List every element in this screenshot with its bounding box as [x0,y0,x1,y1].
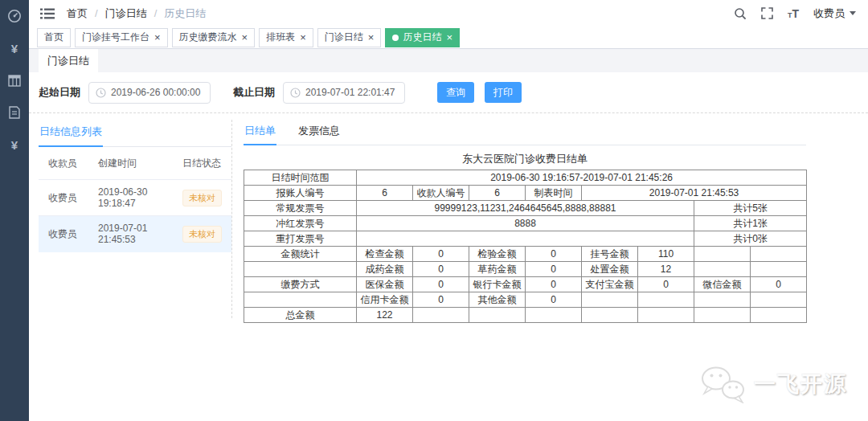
app-sidebar: ¥ ¥ [0,0,29,421]
status-badge: 未核对 [182,226,222,243]
breadcrumb-home[interactable]: 首页 [67,6,88,21]
report-cell: 报账人编号 [244,186,357,201]
report-cell [526,308,582,323]
tag-outpatient-settle[interactable]: 门诊日结× [317,28,382,47]
report-cell: 0 [526,262,582,277]
report-cell [582,292,638,308]
table-row: 日结时间范围 2019-06-30 19:16:57-2019-07-01 21… [244,170,807,186]
tag-label: 历史日结 [403,31,441,44]
close-icon[interactable]: × [446,32,452,43]
list-item[interactable]: 收费员 2019-06-30 19:18:47 未核对 [39,180,231,216]
fullscreen-icon[interactable] [761,7,773,19]
yuan-icon[interactable]: ¥ [0,129,29,161]
col-created-time: 创建时间 [98,157,182,170]
tag-history-settle-active[interactable]: 历史日结× [385,28,460,47]
report-cell [582,308,638,323]
start-date-input[interactable]: 2019-06-26 00:00:00 [88,82,211,104]
report-cell: 检验金额 [469,247,526,262]
app-main-column: 首页 / 门诊日结 / 历史日结 TT 收费员 首页 门诊挂号工作台× 历史缴费… [29,0,868,421]
report-cell: 其他金额 [469,292,526,308]
report-cell: 0 [413,292,469,308]
page-tab-outpatient-settle[interactable]: 门诊日结 [39,49,98,72]
close-icon[interactable]: × [154,32,161,43]
report-cell: 122 [357,308,413,323]
report-cell: 重打发票号 [244,231,357,247]
report-cell: 0 [413,247,469,262]
table-row: 报账人编号 6 收款人编号 6 制表时间 2019-07-01 21:45:53 [244,186,807,201]
tag-registration-workbench[interactable]: 门诊挂号工作台× [75,28,168,47]
report-cell: 草药金额 [469,262,526,277]
table-row: 重打发票号 共计0张 [244,231,807,247]
tag-label: 排班表 [266,31,295,44]
page-tab-strip: 门诊日结 [29,49,868,72]
report-cell [357,231,694,247]
report-cell: 110 [638,247,694,262]
wechat-logo-icon [698,365,747,403]
navbar-right-tools: TT 收费员 [734,6,856,21]
search-button[interactable]: 查询 [437,82,474,103]
table-row: 信用卡金额 0 其他金额 0 [244,292,807,308]
clock-icon [290,88,301,98]
tag-label: 门诊挂号工作台 [82,31,149,44]
report-cell: 0 [413,277,469,292]
clock-icon [96,88,106,98]
report-cell: 总金额 [244,308,357,323]
print-button[interactable]: 打印 [485,82,522,103]
report-cell: 制表时间 [526,186,582,201]
report-cell [694,247,751,262]
query-form: 起始日期 2019-06-26 00:00:00 截止日期 2019-07-01… [29,72,868,112]
user-dropdown[interactable]: 收费员 [813,6,856,21]
report-cell [694,308,751,323]
tag-label: 门诊日结 [325,31,363,44]
daily-settlement-table: 日结时间范围 2019-06-30 19:16:57-2019-07-01 21… [244,170,807,323]
status-badge: 未核对 [182,190,222,206]
breadcrumb-separator: / [154,7,158,19]
report-cell [244,292,357,308]
start-date-value: 2019-06-26 00:00:00 [111,87,200,98]
report-cell [694,292,751,308]
report-cell: 2019-07-01 21:45:53 [582,186,807,201]
end-date-input[interactable]: 2019-07-01 22:01:47 [283,82,405,104]
created-cell: 2019-07-01 21:45:53 [98,223,182,245]
report-cell: 0 [638,277,694,292]
tab-settlement-info-list[interactable]: 日结信息列表 [39,120,103,147]
col-cashier: 收款员 [48,157,98,170]
close-icon[interactable]: × [300,32,306,43]
report-tabs: 日结单 发票信息 [244,120,806,145]
report-cell: 成药金额 [357,262,413,277]
tab-invoice-info[interactable]: 发票信息 [297,120,341,145]
report-cell: 常规发票号 [244,201,357,216]
search-icon[interactable] [734,7,747,20]
close-icon[interactable]: × [368,32,375,43]
font-size-icon[interactable]: TT [788,8,799,19]
end-date-value: 2019-07-01 22:01:47 [305,87,395,98]
report-cell: 支付宝金额 [582,277,638,292]
list-item-selected[interactable]: 收费员 2019-07-01 21:45:53 未核对 [39,216,231,252]
table-row: 缴费方式 医保金额 0 银行卡金额 0 支付宝金额 0 微信金额 0 [244,277,807,292]
tag-home[interactable]: 首页 [37,28,71,47]
tags-view-bar: 首页 门诊挂号工作台× 历史缴费流水× 排班表× 门诊日结× 历史日结× [29,27,868,49]
report-cell [638,292,694,308]
breadcrumb-outpatient-settle[interactable]: 门诊日结 [105,6,147,21]
table-row: 总金额 122 [244,308,807,323]
watermark-text: 一飞开源 [754,370,847,399]
cashier-cell: 收费员 [48,227,98,241]
report-cell: 信用卡金额 [357,292,413,308]
tag-history-payment-flow[interactable]: 历史缴费流水× [172,28,256,47]
close-icon[interactable]: × [242,32,248,43]
tag-schedule[interactable]: 排班表× [259,28,313,47]
table-row: 成药金额 0 草药金额 0 处置金额 12 [244,262,807,277]
table-icon[interactable] [0,64,29,96]
hamburger-icon[interactable] [40,8,55,19]
report-cell: 6 [357,186,413,201]
document-icon[interactable] [0,96,29,129]
yuan-icon[interactable]: ¥ [0,32,29,64]
table-row: 常规发票号 99999123,11231,2464645645,8888,888… [244,201,807,216]
breadcrumb: 首页 / 门诊日结 / 历史日结 [67,6,206,21]
dashboard-icon[interactable] [0,0,29,32]
table-row: 金额统计 检查金额 0 检验金额 0 挂号金额 110 [244,247,807,262]
settlement-list-panel: 日结信息列表 收款员 创建时间 日结状态 收费员 2019-06-30 19:1… [31,113,231,420]
report-cell [751,262,807,277]
report-cell: 99999123,11231,2464645645,8888,88881 [357,201,694,216]
tab-daily-settle-sheet[interactable]: 日结单 [244,120,276,145]
